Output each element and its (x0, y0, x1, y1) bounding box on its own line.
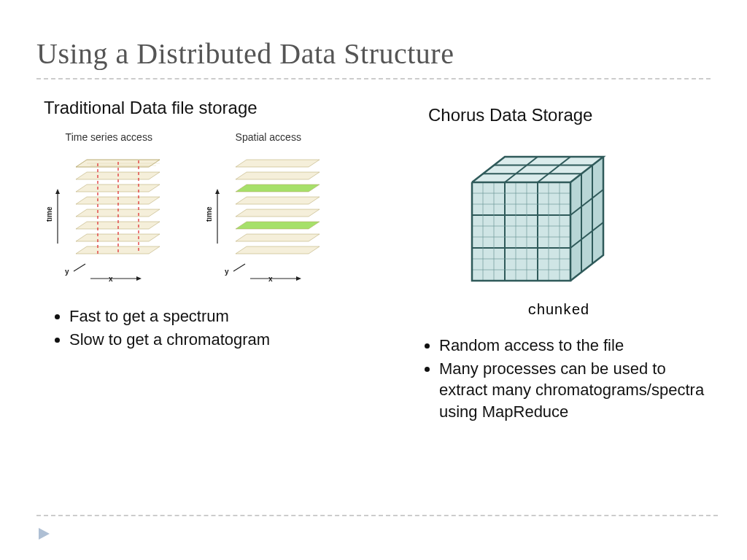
column-left: Traditional Data file storage Time serie… (36, 98, 341, 424)
traditional-figure: Time series access time x y (36, 131, 341, 287)
nav-arrow-icon[interactable] (36, 526, 53, 542)
divider-bottom (36, 515, 718, 516)
divider-top (36, 78, 711, 79)
svg-text:time: time (206, 206, 213, 222)
svg-marker-5 (136, 276, 142, 281)
spatial-icon: time x y (206, 149, 330, 287)
column-right: Chorus Data Storage (406, 98, 711, 424)
slide-title: Using a Distributed Data Structure (36, 36, 711, 71)
svg-marker-34 (236, 209, 320, 217)
svg-marker-65 (39, 528, 50, 540)
slide: Using a Distributed Data Structure Tradi… (0, 0, 747, 560)
svg-line-7 (74, 264, 85, 271)
left-heading: Traditional Data file storage (44, 98, 341, 118)
right-bullet: Many processes can be used to extract ma… (439, 358, 711, 423)
svg-marker-27 (296, 276, 301, 281)
svg-marker-31 (236, 172, 320, 179)
right-heading: Chorus Data Storage (428, 105, 711, 125)
svg-marker-37 (236, 246, 320, 254)
right-bullet: Random access to the file (439, 335, 711, 357)
svg-marker-30 (236, 160, 320, 167)
svg-marker-2 (55, 189, 60, 194)
svg-marker-33 (236, 197, 320, 204)
columns: Traditional Data file storage Time serie… (36, 98, 711, 424)
svg-marker-35 (236, 222, 320, 229)
spatial-figure: Spatial access time x y (196, 131, 341, 287)
svg-text:time: time (47, 206, 53, 222)
svg-text:y: y (225, 268, 229, 276)
chunked-caption: chunked (406, 302, 711, 319)
right-bullets: Random access to the file Many processes… (406, 335, 711, 423)
left-bullets: Fast to get a spectrum Slow to get a chr… (36, 306, 341, 350)
svg-marker-36 (236, 234, 320, 241)
time-series-figure: Time series access time x y (36, 131, 182, 287)
svg-rect-38 (472, 182, 570, 281)
svg-marker-24 (215, 189, 220, 194)
time-series-label: Time series access (36, 131, 182, 143)
chunked-cube-icon (450, 139, 625, 292)
left-bullet: Slow to get a chromatogram (69, 329, 341, 351)
spatial-label: Spatial access (196, 131, 341, 143)
svg-line-29 (233, 264, 245, 271)
svg-text:y: y (65, 268, 69, 276)
time-series-icon: time x y (47, 149, 171, 287)
svg-marker-32 (236, 184, 320, 192)
left-bullet: Fast to get a spectrum (69, 306, 341, 327)
